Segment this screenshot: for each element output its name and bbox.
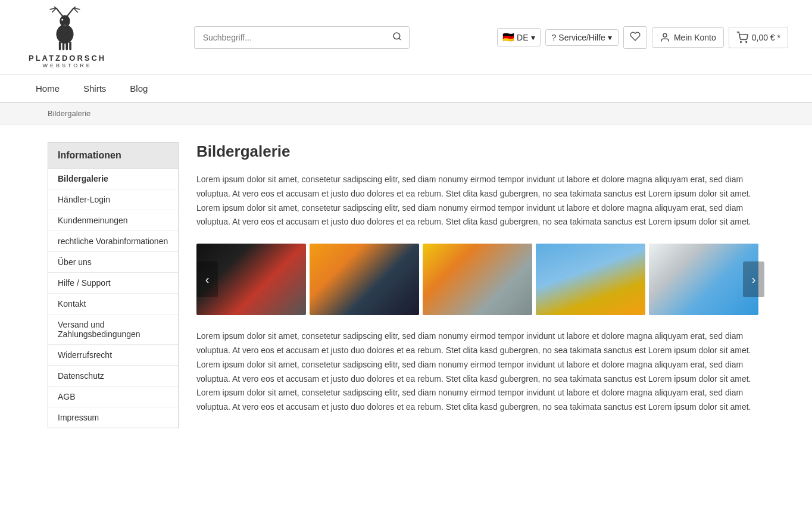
sidebar-link-agb[interactable]: AGB [48,387,178,407]
svg-line-3 [54,7,57,8]
sidebar-link-versand[interactable]: Versand und Zahlungsbedingungen [48,314,178,345]
logo[interactable]: PLATZDORSCH WEBSTORE [24,6,106,68]
gallery-slider: ‹ › [196,244,764,315]
breadcrumb: Bildergalerie [0,103,812,124]
nav-item-blog[interactable]: Blog [118,75,160,102]
cart-total: 0,00 € * [752,33,780,42]
sidebar-link-kundenmeinungen[interactable]: Kundenmeinungen [48,210,178,231]
user-icon [660,32,670,43]
cart-icon [736,32,748,43]
search-area [194,26,410,49]
search-icon [392,32,402,41]
search-box [194,26,410,49]
gallery-image-5[interactable] [649,244,758,315]
main-nav: Home Shirts Blog [0,75,812,103]
svg-point-17 [393,33,400,39]
service-label: Service/Hilfe [558,33,605,42]
account-label: Mein Konto [674,33,716,42]
svg-line-7 [74,7,76,8]
sidebar-link-uber-uns[interactable]: Über uns [48,252,178,273]
flag-icon: 🇩🇪 [502,32,514,43]
gallery-image-2[interactable] [310,244,419,315]
brand-name: PLATZDORSCH [29,54,106,63]
language-selector[interactable]: 🇩🇪 DE ▾ [497,28,540,46]
gallery-images [196,244,764,315]
sidebar-link-datenschutz[interactable]: Datenschutz [48,366,178,387]
question-icon: ? [552,33,557,42]
svg-rect-12 [66,42,68,51]
nav-item-home[interactable]: Home [24,75,71,102]
svg-rect-11 [63,42,65,51]
sidebar-link-bildergalerie[interactable]: Bildergalerie [48,169,178,189]
sidebar-menu: Bildergalerie Händler-Login Kundenmeinun… [48,168,179,428]
sidebar: Informationen Bildergalerie Händler-Logi… [48,142,179,429]
header-right: 🇩🇪 DE ▾ ? Service/Hilfe ▾ Mein Konto [497,26,788,49]
svg-point-15 [61,19,63,21]
sidebar-link-widerrufsrecht[interactable]: Widerrufsrecht [48,345,178,366]
search-input[interactable] [195,28,385,47]
content-text-1: Lorem ipsum dolor sit amet, consetetur s… [196,173,764,229]
gallery-image-3[interactable] [423,244,532,315]
service-help-button[interactable]: ? Service/Hilfe ▾ [545,29,619,46]
page-title: Bildergalerie [196,142,764,161]
cart-button[interactable]: 0,00 € * [729,27,788,48]
svg-point-16 [63,24,67,26]
chevron-down-icon: ▾ [608,33,612,42]
search-button[interactable] [385,27,409,48]
svg-point-21 [746,41,747,42]
gallery-image-4[interactable] [536,244,645,315]
svg-line-18 [399,38,401,40]
sidebar-title: Informationen [48,142,179,168]
gallery-prev-button[interactable]: ‹ [196,261,218,297]
sidebar-link-kontakt[interactable]: Kontakt [48,294,178,314]
sidebar-link-handler-login[interactable]: Händler-Login [48,189,178,210]
lang-code: DE [517,33,528,42]
heart-icon [630,31,641,42]
brand-sub: WEBSTORE [42,63,92,68]
content-area: Bildergalerie Lorem ipsum dolor sit amet… [196,142,764,429]
breadcrumb-item: Bildergalerie [48,109,90,118]
wishlist-button[interactable] [623,26,647,49]
main-content: Informationen Bildergalerie Händler-Logi… [0,124,812,447]
sidebar-link-rechtliche[interactable]: rechtliche Vorabinformationen [48,231,178,252]
gallery-next-button[interactable]: › [743,261,764,297]
sidebar-link-hilfe[interactable]: Hilfe / Support [48,273,178,294]
chevron-down-icon: ▾ [531,33,535,42]
deer-icon [41,6,89,54]
svg-rect-10 [59,42,61,51]
sidebar-link-impressum[interactable]: Impressum [48,407,178,428]
header: PLATZDORSCH WEBSTORE 🇩🇪 DE ▾ ? Service/H… [0,0,812,75]
svg-point-19 [663,33,667,37]
svg-rect-14 [61,26,68,33]
content-text-2: Lorem ipsum dolor sit amet, consetetur s… [196,329,764,415]
svg-point-20 [740,41,741,42]
account-button[interactable]: Mein Konto [652,27,724,48]
svg-rect-13 [69,42,71,51]
nav-item-shirts[interactable]: Shirts [71,75,118,102]
